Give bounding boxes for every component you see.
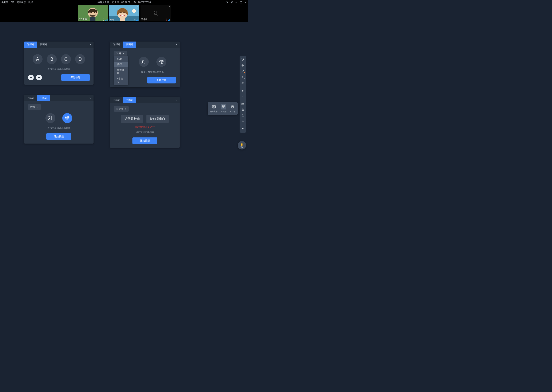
option-false[interactable]: 错	[62, 113, 72, 123]
hint-text: 点击字母预设正确答案	[28, 126, 90, 130]
cursor-sparkle-icon[interactable]	[240, 57, 245, 62]
laser-icon[interactable]	[240, 94, 245, 98]
svg-point-18	[132, 9, 136, 13]
video-tile-student-2[interactable]: × 王小明	[140, 5, 171, 21]
session-id: ID：2020070324	[133, 1, 151, 4]
svg-point-1	[231, 2, 232, 3]
scissors-icon[interactable]	[240, 80, 245, 85]
toolbox-icon[interactable]	[240, 107, 245, 112]
option-b[interactable]: B	[47, 54, 57, 64]
close-icon[interactable]: ✕	[89, 43, 92, 46]
start-button[interactable]: 开始答题	[46, 133, 71, 140]
svg-rect-0	[226, 2, 227, 3]
video-name: Nina	[110, 19, 114, 21]
folder-icon[interactable]	[240, 101, 245, 106]
svg-rect-15	[120, 17, 125, 21]
custom-option-1[interactable]: 诗圣是杜甫	[121, 115, 143, 123]
svg-rect-35	[222, 107, 224, 108]
start-button[interactable]: 开始答题	[147, 77, 176, 84]
answerer-button[interactable]: A 答题器	[221, 104, 226, 113]
camera-icon[interactable]	[226, 1, 228, 4]
svg-rect-34	[224, 106, 225, 107]
text-icon[interactable]: T	[240, 74, 245, 79]
stage: 选择题 判断题 ✕ A B C D 点击字母预设正确答案 − + 开始答题 选择…	[0, 22, 248, 176]
panel-custom: 选择题 判断题 ✕ 自定义 诗圣是杜甫 诗仙是李白 自定义内容最多5个字 点击预…	[110, 97, 180, 148]
start-button[interactable]: 开始答题	[61, 74, 90, 81]
plus-button[interactable]: +	[36, 75, 42, 80]
option-true[interactable]: 对	[139, 57, 149, 67]
tile-close-icon[interactable]: ×	[138, 6, 138, 8]
tab-choice[interactable]: 选择题	[24, 42, 37, 48]
tab-tf[interactable]: 判断题	[123, 42, 136, 48]
video-tile-student-1[interactable]: × Nina	[109, 5, 139, 21]
type-dropdown[interactable]: 对/错	[114, 51, 127, 56]
close-icon[interactable]: ✕	[175, 98, 178, 102]
tab-tf[interactable]: 判断题	[37, 42, 50, 48]
type-dropdown[interactable]: 对/错	[28, 104, 41, 110]
tab-choice[interactable]: 选择题	[110, 42, 123, 48]
start-button[interactable]: 开始答题	[132, 137, 157, 144]
network-status: 网络状态：良好	[17, 1, 33, 4]
close-icon[interactable]	[244, 1, 247, 4]
hand-count: 0/2	[240, 146, 243, 148]
option-false[interactable]: 错	[156, 57, 166, 67]
mic-icon	[134, 19, 136, 21]
dropdown-item[interactable]: 精致/粗糙	[114, 67, 128, 76]
chevron-down-icon	[125, 109, 126, 110]
responder-button[interactable]: 抢答器	[230, 104, 235, 113]
custom-option-2[interactable]: 诗仙是李白	[146, 115, 169, 123]
user-icon[interactable]	[240, 113, 245, 118]
dropdown-item[interactable]: 对/错	[114, 56, 128, 62]
mic-muted-icon	[165, 19, 167, 21]
video-name: 叮当老师	[78, 18, 87, 21]
svg-point-20	[154, 11, 157, 14]
chevron-down-icon	[37, 107, 38, 108]
tab-choice[interactable]: 选择题	[110, 97, 123, 103]
svg-point-10	[94, 12, 95, 13]
option-c[interactable]: C	[61, 54, 71, 64]
tab-choice[interactable]: 选择题	[24, 95, 37, 101]
tools-popup: 屏幕共享 A 答题器 抢答器	[208, 102, 238, 115]
option-a[interactable]: A	[33, 54, 43, 64]
svg-point-30	[243, 121, 243, 121]
signal-icon	[168, 19, 170, 21]
camera-off-icon	[152, 10, 159, 17]
close-icon[interactable]: ✕	[89, 97, 92, 100]
dropdown-item[interactable]: +自定义	[114, 76, 128, 85]
tab-tf[interactable]: 判断题	[37, 95, 50, 101]
svg-point-28	[242, 114, 243, 115]
maximize-icon[interactable]	[240, 1, 242, 4]
class-title: 神秘大自然	[98, 1, 109, 4]
error-text: 自定义内容最多5个字	[114, 126, 176, 128]
svg-point-21	[155, 12, 156, 13]
dropdown-menu: 对/错 美/丑 精致/粗糙 +自定义	[114, 56, 128, 85]
raise-hand-widget[interactable]: ✋ 0/2	[238, 141, 246, 149]
dropdown-item[interactable]: 美/丑	[114, 62, 128, 67]
signal-icon	[136, 19, 139, 21]
svg-rect-11	[103, 19, 104, 20]
option-d[interactable]: D	[75, 54, 85, 64]
pen-icon[interactable]	[240, 69, 245, 74]
close-icon[interactable]: ✕	[175, 43, 178, 46]
svg-rect-19	[135, 19, 135, 20]
gear-icon[interactable]	[230, 1, 233, 4]
video-tile-teacher[interactable]: 叮当老师	[78, 5, 108, 21]
tile-close-icon[interactable]: ×	[169, 6, 170, 8]
packet-loss: 丢包率：0%	[1, 1, 14, 4]
minimize-icon[interactable]	[235, 1, 238, 4]
svg-rect-8	[90, 17, 95, 21]
svg-point-29	[242, 121, 242, 121]
bell-icon[interactable]	[240, 126, 245, 132]
svg-text:T: T	[242, 76, 243, 78]
minus-button[interactable]: −	[28, 75, 34, 80]
hint-text: 点击字母预设正确答案	[28, 68, 90, 71]
screen-share-button[interactable]: 屏幕共享	[210, 104, 218, 113]
type-dropdown[interactable]: 自定义	[114, 106, 129, 112]
move-icon[interactable]	[240, 63, 245, 68]
video-strip: 叮当老师 × Nina × 王小明	[0, 5, 248, 22]
eraser-icon[interactable]	[240, 88, 245, 93]
chat-icon[interactable]	[240, 119, 245, 124]
tab-tf[interactable]: 判断题	[123, 97, 136, 103]
option-true[interactable]: 对	[45, 113, 55, 123]
top-bar: 丢包率：0% 网络状态：良好 神秘大自然 已上课：02:34:09 ID：202…	[0, 0, 248, 5]
